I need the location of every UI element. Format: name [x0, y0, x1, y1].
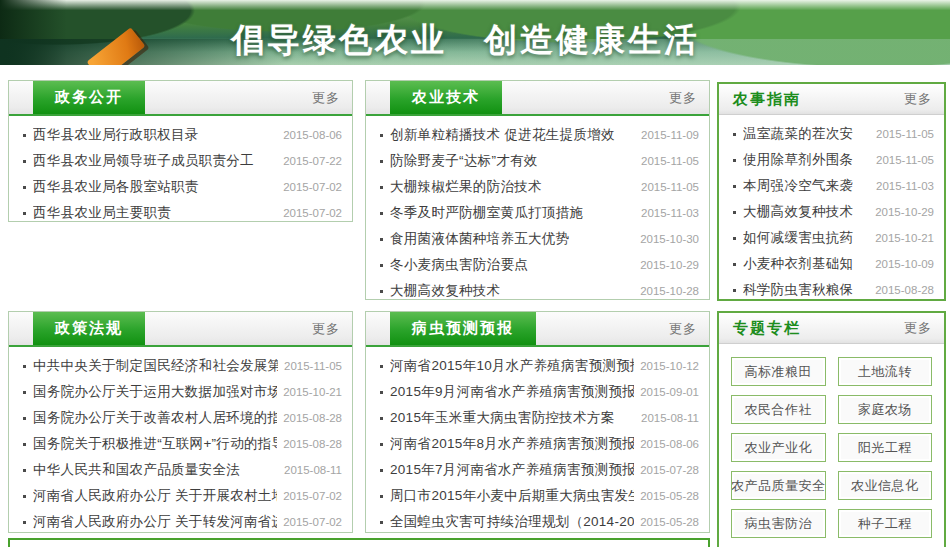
- article-date: 2015-08-06: [283, 129, 342, 141]
- topic-button[interactable]: 种子工程: [838, 509, 933, 538]
- article-link[interactable]: 河南省人民政府办公厅 关于开展农村土地承: [33, 487, 277, 505]
- article-date: 2015-11-05: [641, 181, 699, 193]
- list-item: 国务院办公厅关于改善农村人居环境的指导2015-08-28: [18, 405, 342, 431]
- article-link[interactable]: 国务院关于积极推进“互联网+”行动的指导: [33, 435, 277, 453]
- bullet-icon: [380, 443, 383, 446]
- article-link[interactable]: 中共中央关于制定国民经济和社会发展第十: [33, 357, 278, 375]
- article-link[interactable]: 防除野麦子“达标”才有效: [390, 152, 635, 170]
- list-item: 西华县农业局行政职权目录2015-08-06: [18, 122, 342, 148]
- news-list: 河南省2015年10月水产养殖病害预测预报2015-10-122015年9月河南…: [366, 347, 709, 535]
- bullet-icon: [733, 185, 736, 188]
- more-link[interactable]: 更多: [312, 81, 340, 114]
- top-banner-photo: 倡导绿色农业创造健康生活: [0, 0, 950, 65]
- topic-button[interactable]: 土地流转: [838, 357, 933, 386]
- tab-pest-forecast[interactable]: 病虫预测预报: [390, 312, 536, 345]
- topic-button[interactable]: 病虫害防治: [731, 509, 826, 538]
- list-item: 中共中央关于制定国民经济和社会发展第十2015-11-05: [18, 353, 342, 379]
- bullet-icon: [733, 289, 736, 292]
- topic-button[interactable]: 阳光工程: [838, 433, 933, 462]
- bullet-icon: [733, 211, 736, 214]
- slogan-right: 创造健康生活: [484, 21, 700, 58]
- panel-header: 农业技术 更多: [366, 81, 709, 116]
- special-topics-title: 专题专栏: [733, 313, 801, 343]
- topic-button[interactable]: 农产品质量安全: [731, 471, 826, 500]
- bullet-icon: [380, 365, 383, 368]
- more-link[interactable]: 更多: [312, 312, 340, 345]
- article-date: 2015-11-03: [641, 207, 699, 219]
- article-link[interactable]: 河南省2015年10月水产养殖病害预测预报: [390, 357, 634, 375]
- article-link[interactable]: 西华县农业局各股室站职责: [33, 178, 277, 196]
- topic-button[interactable]: 农业产业化: [731, 433, 826, 462]
- article-link[interactable]: 冬季及时严防棚室黄瓜打顶措施: [390, 204, 635, 222]
- article-link[interactable]: 食用菌液体菌种培养五大优势: [390, 230, 634, 248]
- article-link[interactable]: 2015年玉米重大病虫害防控技术方案: [390, 409, 635, 427]
- topic-button[interactable]: 农民合作社: [731, 395, 826, 424]
- list-item: 冬季及时严防棚室黄瓜打顶措施2015-11-03: [375, 200, 699, 226]
- list-item: 周口市2015年小麦中后期重大病虫害发生趋2015-05-28: [375, 483, 699, 509]
- list-item: 河南省人民政府办公厅 关于开展农村土地承2015-07-02: [18, 483, 342, 509]
- list-item: 西华县农业局主要职责2015-07-02: [18, 200, 342, 226]
- bullet-icon: [380, 212, 383, 215]
- article-link[interactable]: 西华县农业局行政职权目录: [33, 126, 277, 144]
- list-item: 国务院办公厅关于运用大数据加强对市场主2015-10-21: [18, 379, 342, 405]
- article-link[interactable]: 周口市2015年小麦中后期重大病虫害发生趋: [390, 487, 634, 505]
- tab-policies-regulations[interactable]: 政策法规: [33, 312, 145, 345]
- bullet-icon: [380, 391, 383, 394]
- list-item: 冬小麦病虫害防治要点2015-10-29: [375, 252, 699, 278]
- bullet-icon: [23, 186, 26, 189]
- list-item: 河南省2015年10月水产养殖病害预测预报2015-10-12: [375, 353, 699, 379]
- tab-government-affairs[interactable]: 政务公开: [33, 81, 145, 114]
- article-link[interactable]: 大棚辣椒烂果的防治技术: [390, 178, 635, 196]
- topic-button[interactable]: 家庭农场: [838, 395, 933, 424]
- article-link[interactable]: 创新单粒精播技术 促进花生提质增效: [390, 126, 635, 144]
- article-link[interactable]: 全国蝗虫灾害可持续治理规划（2014-2020年: [390, 513, 634, 531]
- article-link[interactable]: 中华人民共和国农产品质量安全法: [33, 461, 278, 479]
- article-link[interactable]: 如何减缓害虫抗药: [743, 229, 869, 247]
- article-link[interactable]: 科学防虫害秋粮保: [743, 281, 869, 299]
- topic-button[interactable]: 农业信息化: [838, 471, 933, 500]
- article-link[interactable]: 冬小麦病虫害防治要点: [390, 256, 634, 274]
- more-link[interactable]: 更多: [904, 313, 932, 343]
- bullet-icon: [380, 186, 383, 189]
- article-link[interactable]: 大棚高效复种技术: [743, 203, 869, 221]
- article-link[interactable]: 2015年9月河南省水产养殖病害预测预报: [390, 383, 634, 401]
- news-list: 西华县农业局行政职权目录2015-08-06西华县农业局领导班子成员职责分工20…: [9, 116, 352, 226]
- list-item: 2015年玉米重大病虫害防控技术方案2015-08-11: [375, 405, 699, 431]
- article-link[interactable]: 西华县农业局主要职责: [33, 204, 277, 222]
- article-date: 2015-10-29: [640, 259, 699, 271]
- article-link[interactable]: 河南省人民政府办公厅 关于转发河南省进一: [33, 513, 277, 531]
- more-link[interactable]: 更多: [904, 84, 932, 114]
- bullet-icon: [733, 133, 736, 136]
- article-link[interactable]: 国务院办公厅关于改善农村人居环境的指导: [33, 409, 277, 427]
- article-date: 2015-08-06: [640, 438, 699, 450]
- article-link[interactable]: 大棚高效复种技术: [390, 282, 634, 300]
- list-item: 河南省2015年8月水产养殖病害预测预报2015-08-06: [375, 431, 699, 457]
- bullet-icon: [23, 469, 26, 472]
- article-link[interactable]: 温室蔬菜的茬次安: [743, 125, 870, 143]
- news-list: 温室蔬菜的茬次安2015-11-05使用除草剂外围条2015-11-05本周强冷…: [719, 115, 944, 303]
- article-link[interactable]: 河南省2015年8月水产养殖病害预测预报: [390, 435, 634, 453]
- article-link[interactable]: 本周强冷空气来袭: [743, 177, 870, 195]
- more-link[interactable]: 更多: [669, 312, 697, 345]
- article-date: 2015-11-05: [284, 360, 342, 372]
- topic-button[interactable]: 高标准粮田: [731, 357, 826, 386]
- article-link[interactable]: 西华县农业局领导班子成员职责分工: [33, 152, 277, 170]
- farming-guide-title: 农事指南: [733, 84, 801, 114]
- more-link[interactable]: 更多: [669, 81, 697, 114]
- next-section-box: [8, 538, 710, 547]
- list-item: 2015年7月河南省水产养殖病害预测预报2015-07-28: [375, 457, 699, 483]
- article-date: 2015-05-28: [640, 516, 699, 528]
- article-date: 2015-10-12: [640, 360, 699, 372]
- bullet-icon: [380, 521, 383, 524]
- article-link[interactable]: 2015年7月河南省水产养殖病害预测预报: [390, 461, 634, 479]
- tab-agricultural-technology[interactable]: 农业技术: [390, 81, 502, 114]
- article-date: 2015-08-11: [641, 412, 699, 424]
- panel-header: 政务公开 更多: [9, 81, 352, 116]
- article-link[interactable]: 小麦种衣剂基础知: [743, 255, 869, 273]
- article-date: 2015-11-05: [641, 155, 699, 167]
- bullet-icon: [733, 237, 736, 240]
- article-date: 2015-07-28: [640, 464, 699, 476]
- bullet-icon: [23, 495, 26, 498]
- article-link[interactable]: 使用除草剂外围条: [743, 151, 870, 169]
- article-link[interactable]: 国务院办公厅关于运用大数据加强对市场主: [33, 383, 277, 401]
